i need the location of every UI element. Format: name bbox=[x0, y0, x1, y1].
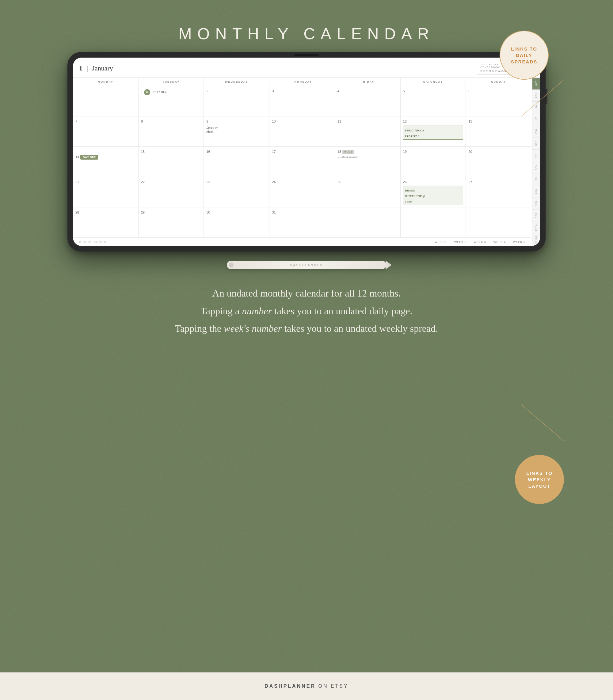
cell-25[interactable]: 25 bbox=[335, 177, 401, 207]
tab-jul[interactable]: JUL bbox=[532, 150, 540, 162]
calendar-body: MONDAY TUESDAY WEDNESDAY THURSDAY FRIDAY… bbox=[73, 78, 540, 246]
week-link-3[interactable]: WEEK 3 bbox=[474, 240, 486, 243]
tab-jun[interactable]: JUN bbox=[532, 138, 540, 150]
cell-13[interactable]: 13 bbox=[466, 116, 532, 146]
cell-5[interactable]: 5 bbox=[401, 86, 466, 116]
week-link-5[interactable]: WEEK 5 bbox=[513, 240, 525, 243]
cell-4[interactable]: 4 bbox=[335, 86, 401, 116]
cell-9[interactable]: 9 Lunch w/Mom bbox=[204, 116, 270, 146]
tab-may[interactable]: MAY bbox=[532, 126, 540, 138]
tab-notes[interactable]: NOTES bbox=[532, 234, 540, 246]
cell-3[interactable]: 3 bbox=[270, 86, 335, 116]
work-tag: WORK bbox=[342, 150, 354, 154]
day-saturday: SATURDAY bbox=[401, 78, 466, 86]
cell-27[interactable]: 27 bbox=[466, 177, 532, 207]
month-label: 1 | January bbox=[79, 64, 113, 72]
cell-28[interactable]: 28 bbox=[73, 207, 139, 237]
tablet-side-button bbox=[546, 89, 547, 104]
cell-16[interactable]: 16 bbox=[204, 147, 270, 177]
tab-pages[interactable]: PAGES bbox=[532, 222, 540, 234]
description-section: An undated monthly calendar for all 12 m… bbox=[0, 285, 613, 338]
dashplanner-watermark: DASHPLANNER bbox=[79, 240, 107, 243]
desc-line-1: An undated monthly calendar for all 12 m… bbox=[61, 285, 552, 302]
cell-11[interactable]: 11 bbox=[335, 116, 401, 146]
food-truck-text: FOOD TRUCKFESTIVAL bbox=[405, 129, 425, 137]
cell-8[interactable]: 8 bbox=[139, 116, 204, 146]
cell-21[interactable]: 21 bbox=[73, 177, 139, 207]
cell-17[interactable]: 17 bbox=[270, 147, 335, 177]
cell-31[interactable]: 31 bbox=[270, 207, 335, 237]
cell-26[interactable]: 26 BrandWorkshop @10am bbox=[401, 177, 466, 207]
brand-workshop-event: BrandWorkshop @10am bbox=[403, 186, 464, 205]
cell-14[interactable]: 14 DAY OFF bbox=[73, 147, 139, 177]
year-tabs: JAN FEB MAR APR MAY JUN JUL AUG SEP OCT … bbox=[532, 78, 540, 246]
footer-suffix: ON ETSY bbox=[318, 684, 348, 689]
cell-18[interactable]: 18 WORK — submit invoices bbox=[335, 147, 401, 177]
cell-2[interactable]: 2 bbox=[204, 86, 270, 116]
separator: | bbox=[87, 64, 88, 72]
cell-empty-sat bbox=[401, 207, 466, 237]
week-link-1[interactable]: WEEK 1 bbox=[435, 240, 447, 243]
cell-6[interactable]: 6 bbox=[466, 86, 532, 116]
week-row-4: 21 22 23 24 bbox=[73, 177, 532, 207]
days-header: MONDAY TUESDAY WEDNESDAY THURSDAY FRIDAY… bbox=[73, 78, 532, 86]
tab-aug[interactable]: AUG bbox=[532, 162, 540, 174]
rent-circle: 8 bbox=[144, 89, 150, 95]
month-number[interactable]: 1 bbox=[79, 64, 82, 72]
week-links: WEEK 1 WEEK 2 WEEK 3 WEEK 4 WEEK 5 bbox=[435, 240, 525, 243]
day-wednesday: WEDNESDAY bbox=[204, 78, 270, 86]
svg-line-1 bbox=[521, 405, 564, 441]
cell-1[interactable]: 1 8 RENT DUE bbox=[139, 86, 204, 116]
week-row-5: 28 29 30 31 bbox=[73, 207, 532, 238]
desc-line-2: Tapping a number takes you to an undated… bbox=[61, 302, 552, 320]
cell-empty-sun bbox=[466, 207, 532, 237]
calendar-grid: MONDAY TUESDAY WEDNESDAY THURSDAY FRIDAY… bbox=[73, 78, 540, 246]
cell-22[interactable]: 22 bbox=[139, 177, 204, 207]
cell-19[interactable]: 19 bbox=[401, 147, 466, 177]
cell-23[interactable]: 23 bbox=[204, 177, 270, 207]
tab-dec[interactable]: DEC bbox=[532, 210, 540, 222]
badge-daily-text: LINKS TODAILYSPREADS bbox=[511, 45, 538, 65]
pencil-brand: DASHPLANNER bbox=[290, 263, 323, 267]
calendar-header: 1 | January DAILY PAGES: 1 2 3 4 5 6 7 8… bbox=[73, 57, 540, 78]
day-off-tag: DAY OFF bbox=[80, 155, 98, 160]
tablet-screen: 1 | January DAILY PAGES: 1 2 3 4 5 6 7 8… bbox=[73, 57, 540, 246]
page-wrapper: MONTHLY CALENDAR LINKS TODAILYSPREADS LI… bbox=[0, 0, 613, 700]
footer-brand: DASHPLANNER bbox=[264, 684, 316, 689]
cell-30[interactable]: 30 bbox=[204, 207, 270, 237]
tab-apr[interactable]: APR bbox=[532, 114, 540, 126]
cell-15[interactable]: 15 bbox=[139, 147, 204, 177]
apple-pencil: DASHPLANNER bbox=[227, 261, 386, 269]
cell-12[interactable]: 12 FOOD TRUCKFESTIVAL bbox=[401, 116, 466, 146]
calendar-bottom: DASHPLANNER WEEK 1 WEEK 2 WEEK 3 WEEK 4 … bbox=[73, 238, 532, 246]
cell-7[interactable]: 7 bbox=[73, 116, 139, 146]
pencil-wrapper: DASHPLANNER bbox=[0, 261, 613, 269]
tab-jan[interactable]: JAN bbox=[532, 78, 540, 90]
day-monday: MONDAY bbox=[73, 78, 139, 86]
cell-24[interactable]: 24 bbox=[270, 177, 335, 207]
tab-oct[interactable]: OCT bbox=[532, 186, 540, 198]
submit-invoices: — submit invoices bbox=[337, 155, 398, 158]
week-row-2: 7 8 9 Lunch w/Mom 10 bbox=[73, 116, 532, 147]
lunch-event: Lunch w/Mom bbox=[206, 126, 267, 134]
cell-10[interactable]: 10 bbox=[270, 116, 335, 146]
desc-line-3: Tapping the week's number takes you to a… bbox=[61, 320, 552, 338]
tablet-wrapper: 1 | January DAILY PAGES: 1 2 3 4 5 6 7 8… bbox=[67, 52, 546, 251]
cell-empty-1 bbox=[73, 86, 139, 116]
tab-sep[interactable]: SEP bbox=[532, 174, 540, 186]
tab-mar[interactable]: MAR bbox=[532, 102, 540, 114]
week-row-3: 14 DAY OFF 15 16 17 bbox=[73, 147, 532, 177]
cell-29[interactable]: 29 bbox=[139, 207, 204, 237]
badge-daily-spreads: LINKS TODAILYSPREADS bbox=[499, 31, 549, 80]
week-row-1: 1 8 RENT DUE 2 3 bbox=[73, 86, 532, 116]
footer-text: DASHPLANNER ON ETSY bbox=[264, 684, 348, 689]
footer: DASHPLANNER ON ETSY bbox=[0, 672, 613, 700]
food-truck-event: FOOD TRUCKFESTIVAL bbox=[403, 126, 464, 140]
week-link-4[interactable]: WEEK 4 bbox=[494, 240, 506, 243]
tablet-device: 1 | January DAILY PAGES: 1 2 3 4 5 6 7 8… bbox=[67, 52, 546, 251]
tab-feb[interactable]: FEB bbox=[532, 90, 540, 102]
week-link-2[interactable]: WEEK 2 bbox=[454, 240, 467, 243]
tab-nov[interactable]: NOV bbox=[532, 198, 540, 210]
brand-workshop-text: BrandWorkshop @10am bbox=[405, 189, 425, 203]
cell-20[interactable]: 20 bbox=[466, 147, 532, 177]
